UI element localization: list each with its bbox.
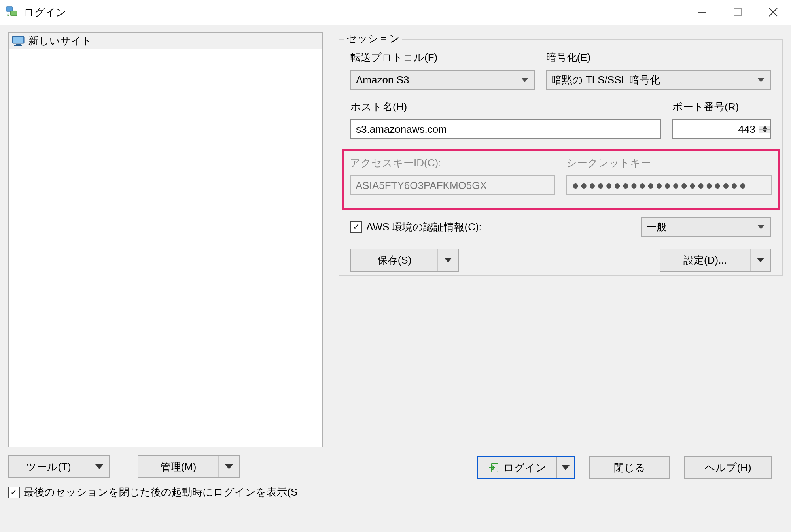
secret-key-label: シークレットキー: [566, 156, 772, 170]
checkbox-icon: ✓: [8, 487, 20, 498]
close-button[interactable]: 閉じる: [589, 456, 670, 479]
session-panel: セッション 転送プロトコル(F) Amazon S3 暗号化(E) 暗黙の TL…: [339, 32, 783, 499]
protocol-value: Amazon S3: [356, 74, 520, 86]
settings-button[interactable]: 設定(D)...: [660, 249, 771, 272]
manage-label: 管理(M): [138, 456, 218, 477]
app-icon: [5, 5, 19, 19]
show-login-label: 最後のセッションを閉じた後の起動時にログインを表示(S: [24, 485, 297, 499]
manage-dropdown[interactable]: [218, 456, 239, 477]
host-label: ホスト名(H): [350, 100, 661, 114]
access-key-label: アクセスキーID(C):: [350, 156, 555, 170]
access-key-value: ASIA5FTY6O3PAFKMO5GX: [356, 179, 487, 192]
svg-rect-7: [13, 37, 23, 43]
aws-env-value: 一般: [646, 220, 756, 234]
svg-rect-9: [14, 45, 22, 46]
encryption-select[interactable]: 暗黙の TLS/SSL 暗号化: [546, 70, 771, 90]
close-window-button[interactable]: [755, 0, 791, 25]
access-key-input[interactable]: ASIA5FTY6O3PAFKMO5GX: [350, 175, 555, 195]
monitor-icon: [12, 36, 25, 47]
save-button[interactable]: 保存(S): [350, 249, 459, 272]
sites-tree[interactable]: 新しいサイト: [8, 32, 323, 447]
close-label: 閉じる: [614, 461, 645, 475]
site-item-new[interactable]: 新しいサイト: [9, 33, 322, 49]
host-input[interactable]: s3.amazonaws.com: [350, 119, 661, 139]
save-label: 保存(S): [351, 249, 437, 271]
client-area: 新しいサイト ツール(T) 管理(M) ✓ 最後のセッションを閉じた後の起動時に…: [0, 25, 791, 499]
protocol-label: 転送プロトコル(F): [350, 51, 535, 64]
chevron-down-icon: [756, 225, 766, 229]
port-input[interactable]: 443: [672, 119, 771, 139]
session-group: セッション 転送プロトコル(F) Amazon S3 暗号化(E) 暗黙の TL…: [339, 39, 783, 276]
settings-dropdown[interactable]: [750, 249, 770, 271]
login-label: ログイン: [503, 461, 546, 475]
help-button[interactable]: ヘルプ(H): [684, 456, 772, 479]
dialog-buttons: ログイン 閉じる ヘルプ(H): [339, 456, 772, 479]
encryption-value: 暗黙の TLS/SSL 暗号化: [552, 73, 756, 87]
left-column: 新しいサイト ツール(T) 管理(M) ✓ 最後のセッションを閉じた後の起動時に…: [8, 32, 323, 499]
settings-label: 設定(D)...: [660, 249, 750, 271]
save-dropdown[interactable]: [437, 249, 458, 271]
host-value: s3.amazonaws.com: [356, 123, 447, 136]
login-button[interactable]: ログイン: [477, 456, 575, 479]
port-spin-down[interactable]: [759, 129, 770, 133]
tools-dropdown[interactable]: [89, 456, 109, 477]
chevron-down-icon: [520, 78, 530, 82]
port-value: 443: [673, 123, 759, 136]
aws-env-credentials-checkbox[interactable]: ✓ AWS 環境の認証情報(C):: [350, 220, 482, 234]
secret-key-input[interactable]: ●●●●●●●●●●●●●●●●●●●●●: [566, 175, 772, 195]
maximize-button[interactable]: [720, 0, 755, 25]
help-label: ヘルプ(H): [705, 461, 751, 475]
port-spin-up[interactable]: [759, 126, 770, 129]
site-item-label: 新しいサイト: [28, 34, 92, 48]
tools-label: ツール(T): [9, 456, 89, 477]
aws-env-select[interactable]: 一般: [641, 217, 771, 237]
svg-rect-3: [734, 9, 741, 16]
protocol-select[interactable]: Amazon S3: [350, 70, 535, 90]
show-login-on-startup[interactable]: ✓ 最後のセッションを閉じた後の起動時にログインを表示(S: [8, 485, 323, 499]
credentials-highlight: アクセスキーID(C): ASIA5FTY6O3PAFKMO5GX シークレット…: [342, 149, 780, 210]
secret-key-value: ●●●●●●●●●●●●●●●●●●●●●: [572, 179, 747, 192]
login-icon: [488, 462, 499, 473]
titlebar: ログイン: [0, 0, 791, 25]
chevron-down-icon: [756, 78, 766, 82]
port-label: ポート番号(R): [672, 100, 771, 114]
window-title: ログイン: [24, 6, 66, 19]
manage-button[interactable]: 管理(M): [138, 455, 240, 478]
minimize-button[interactable]: [684, 0, 720, 25]
encryption-label: 暗号化(E): [546, 51, 771, 64]
session-legend: セッション: [344, 32, 402, 45]
aws-env-label: AWS 環境の認証情報(C):: [366, 220, 482, 234]
svg-rect-1: [10, 11, 17, 15]
tools-button[interactable]: ツール(T): [8, 455, 110, 478]
svg-rect-8: [16, 44, 21, 45]
checkbox-icon: ✓: [350, 221, 362, 233]
login-dropdown[interactable]: [556, 457, 574, 478]
